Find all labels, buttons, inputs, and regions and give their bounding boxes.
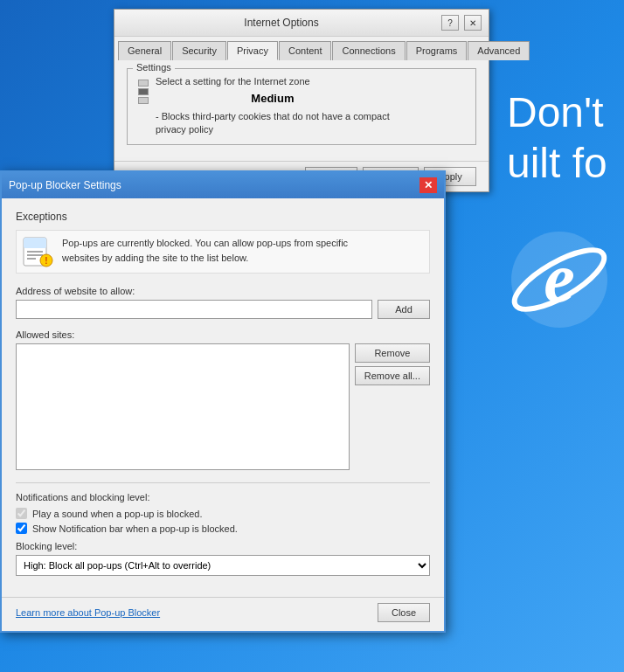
exceptions-warning-icon: !: [22, 236, 53, 267]
close-dialog-button[interactable]: Close: [378, 603, 430, 622]
ie-logo-icon: e: [507, 227, 612, 332]
exceptions-info-box: ! Pop-ups are currently blocked. You can…: [16, 230, 430, 274]
allowed-sites-listbox[interactable]: [16, 343, 350, 470]
tab-connections[interactable]: Connections: [332, 41, 405, 60]
remove-all-button[interactable]: Remove all...: [355, 366, 430, 385]
svg-rect-4: [24, 238, 46, 248]
privacy-desc-2: privacy policy: [156, 123, 390, 136]
popup-blocker-dialog: Pop-up Blocker Settings ✕ Exceptions ! P…: [0, 170, 446, 633]
allowed-sites-label: Allowed sites:: [16, 329, 430, 340]
show-notification-label: Show Notification bar when a pop-up is b…: [32, 523, 238, 534]
exceptions-header: Exceptions: [16, 211, 430, 223]
privacy-zone-label: Select a setting for the Internet zone: [156, 76, 390, 87]
play-sound-checkbox[interactable]: [16, 508, 27, 519]
privacy-content: Settings Select a setting for the Intern…: [114, 59, 489, 161]
allowed-sites-area: Remove Remove all...: [16, 343, 430, 470]
address-label: Address of website to allow:: [16, 286, 430, 296]
play-sound-label: Play a sound when a pop-up is blocked.: [32, 509, 202, 519]
allowed-sites-buttons: Remove Remove all...: [355, 343, 430, 470]
settings-group: Settings Select a setting for the Intern…: [127, 68, 476, 145]
popup-blocker-content: Exceptions ! Pop-ups are currently block…: [2, 198, 444, 597]
checkbox-row-1: Play a sound when a pop-up is blocked.: [16, 508, 430, 519]
tab-privacy[interactable]: Privacy: [227, 41, 278, 60]
address-row: Add: [16, 300, 430, 319]
slider-mark-3: [138, 97, 149, 104]
settings-group-label: Settings: [133, 62, 175, 73]
show-notification-checkbox[interactable]: [16, 523, 27, 534]
learn-more-link[interactable]: Learn more about Pop-up Blocker: [16, 607, 160, 618]
privacy-desc-1: - Blocks third-party cookies that do not…: [156, 110, 390, 123]
tab-programs[interactable]: Programs: [406, 41, 468, 60]
blocking-level-select[interactable]: High: Block all pop-ups (Ctrl+Alt to ove…: [16, 555, 430, 576]
slider-mark-1: [138, 80, 149, 87]
popup-blocker-titlebar: Pop-up Blocker Settings ✕: [2, 172, 444, 198]
titlebar-buttons: ? ✕: [441, 15, 482, 31]
privacy-slider[interactable]: [138, 80, 149, 104]
tab-general[interactable]: General: [118, 41, 171, 60]
tab-content[interactable]: Content: [279, 41, 332, 60]
svg-text:!: !: [45, 256, 47, 266]
exceptions-info-text: Pop-ups are currently blocked. You can a…: [62, 236, 348, 265]
privacy-slider-area: Select a setting for the Internet zone M…: [138, 76, 465, 137]
popup-blocker-footer: Learn more about Pop-up Blocker Close: [2, 597, 444, 631]
tab-advanced[interactable]: Advanced: [468, 41, 530, 60]
privacy-text: Select a setting for the Internet zone M…: [156, 76, 390, 137]
blocking-level-label: Blocking level:: [16, 541, 430, 551]
blocking-level-section: Blocking level: High: Block all pop-ups …: [16, 541, 430, 576]
popup-close-button[interactable]: ✕: [419, 177, 437, 193]
tab-security[interactable]: Security: [172, 41, 226, 60]
help-button[interactable]: ?: [441, 15, 459, 31]
slider-mark-2: [138, 88, 149, 95]
remove-button[interactable]: Remove: [355, 343, 430, 363]
address-input[interactable]: [16, 300, 372, 319]
privacy-level: Medium: [156, 92, 390, 105]
popup-blocker-title: Pop-up Blocker Settings: [9, 179, 121, 191]
tabs-bar: General Security Privacy Content Connect…: [114, 37, 489, 59]
bg-text: Don't uilt fo: [507, 87, 624, 188]
internet-options-title: Internet Options: [121, 17, 441, 29]
internet-options-titlebar: Internet Options ? ✕: [114, 10, 489, 37]
checkbox-row-2: Show Notification bar when a pop-up is b…: [16, 523, 430, 534]
add-button[interactable]: Add: [378, 300, 430, 319]
notifications-section: Notifications and blocking level: Play a…: [16, 482, 430, 534]
notifications-label: Notifications and blocking level:: [16, 492, 430, 502]
close-button[interactable]: ✕: [464, 15, 482, 31]
internet-options-dialog: Internet Options ? ✕ General Security Pr…: [114, 9, 489, 192]
